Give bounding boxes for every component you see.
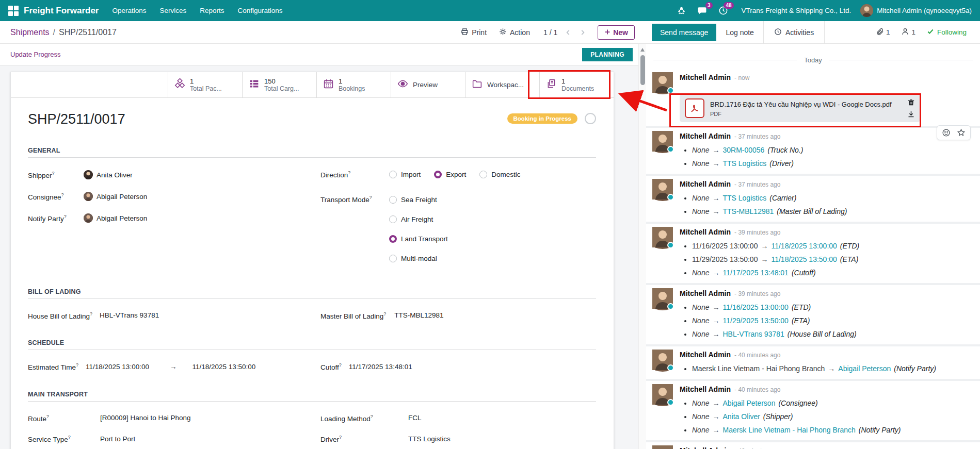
radio-sea-freight[interactable]: Sea Freight — [389, 190, 448, 210]
scroll-up-icon[interactable] — [640, 48, 645, 52]
new-value-link[interactable]: TTS Logistics — [722, 194, 766, 202]
preview-button[interactable]: Preview — [391, 72, 465, 97]
master-bl-value[interactable]: TTS-MBL12981 — [394, 311, 443, 319]
driver-value[interactable]: TTS Logistics — [408, 435, 451, 443]
message-author[interactable]: Mitchell Admin — [680, 131, 731, 141]
smart-button-value: 150 — [264, 77, 299, 85]
new-value-link[interactable]: 11/16/2025 13:00:00 — [722, 303, 788, 311]
following-button[interactable]: Following — [927, 28, 967, 37]
new-value-link[interactable]: Maersk Line Vietnam - Hai Phong Branch — [722, 426, 855, 434]
message-author[interactable]: Mitchell Admin — [680, 179, 731, 189]
messages-icon[interactable]: 3 — [697, 6, 707, 15]
etd-value[interactable]: 11/18/2025 13:00:00 — [86, 363, 149, 371]
arrow-right-icon: → — [712, 412, 719, 421]
add-reaction-icon[interactable] — [942, 128, 951, 137]
new-value-link[interactable]: 11/17/2025 13:48:01 — [722, 269, 788, 277]
documents-icon — [546, 78, 557, 91]
radio-air-freight[interactable]: Air Freight — [389, 210, 448, 229]
message-tracking: Mitchell Admin- 37 minutes ago None→TTS … — [646, 176, 980, 222]
pager-next-icon[interactable] — [579, 29, 586, 36]
attachment-card[interactable]: BRD.1716 Đặc tả Yêu cầu Nghiệp vụ WDI - … — [680, 94, 920, 122]
new-value-link[interactable]: 11/18/2025 13:50:00 — [771, 255, 837, 263]
new-value-link[interactable]: Abigail Peterson — [838, 364, 891, 373]
vertical-scrollbar[interactable] — [638, 44, 646, 449]
download-attachment-icon[interactable] — [907, 110, 915, 118]
new-value-link[interactable]: Abigail Peterson — [722, 399, 775, 407]
smart-button-value: 1 — [561, 77, 594, 85]
message-author[interactable]: Mitchell Admin — [680, 288, 731, 298]
stage-planning[interactable]: PLANNING — [582, 48, 633, 61]
message-time: - 40 minutes ago — [734, 385, 780, 395]
menu-reports[interactable]: Reports — [200, 7, 224, 14]
apps-menu-icon[interactable] — [8, 6, 19, 16]
new-value-link[interactable]: Anita Oliver — [722, 412, 760, 421]
app-name[interactable]: Freight Forwarder — [24, 6, 99, 16]
user-menu[interactable]: Mitchell Admin (qynoeeqvyt5a) — [860, 4, 972, 17]
shipper-value[interactable]: Anita Oliver — [97, 171, 133, 179]
house-bl-value[interactable]: HBL-VTrans 93781 — [100, 311, 159, 319]
form-view: 1Total Pac... 150Total Carg... 1Bookings… — [0, 65, 646, 449]
radio-domestic[interactable]: Domestic — [479, 171, 520, 178]
print-button[interactable]: Print — [461, 28, 487, 37]
cutoff-label: Cutoff? — [320, 362, 342, 371]
documents-button[interactable]: 1Documents — [539, 72, 614, 97]
log-note-button[interactable]: Log note — [716, 24, 763, 41]
action-button[interactable]: Action — [499, 28, 530, 37]
route-value[interactable]: [R00009] Hanoi to Hai Phong — [100, 414, 191, 422]
message-author[interactable]: Mitchell Admin — [680, 350, 731, 360]
attachments-counter[interactable]: 1 — [876, 27, 890, 37]
arrow-right-icon: → — [828, 364, 835, 373]
smart-button-label: Bookings — [339, 85, 365, 93]
radio-import[interactable]: Import — [389, 171, 421, 178]
attachment-filename[interactable]: BRD.1716 Đặc tả Yêu cầu Nghiệp vụ WDI - … — [710, 101, 892, 108]
message-author[interactable]: Mitchell Admin — [680, 384, 731, 394]
plus-icon — [604, 28, 611, 37]
cutoff-value[interactable]: 11/17/2025 13:48:01 — [349, 363, 412, 371]
message-tracking: Mitchell Admin- 40 minutes ago Maersk Li… — [646, 346, 980, 379]
progress-circle[interactable] — [585, 113, 596, 124]
smart-button-label: Total Carg... — [264, 85, 299, 93]
message-author[interactable]: Mitchell Admin — [680, 227, 731, 237]
message-author[interactable]: Mitchell Admin — [680, 72, 731, 82]
loading-method-value[interactable]: FCL — [408, 414, 422, 422]
radio-multi-modal[interactable]: Multi-modal — [389, 249, 448, 269]
new-button[interactable]: New — [598, 25, 635, 40]
update-progress-button[interactable]: Update Progress — [10, 51, 61, 58]
menu-configurations[interactable]: Configurations — [238, 7, 283, 14]
total-packages-button[interactable]: 1Total Pac... — [168, 72, 242, 97]
new-value-link[interactable]: TTS-MBL12981 — [722, 207, 774, 215]
eye-icon — [397, 78, 408, 91]
breadcrumb-shipments[interactable]: Shipments — [10, 28, 50, 37]
radio-export[interactable]: Export — [434, 171, 466, 178]
bookings-button[interactable]: 1Bookings — [316, 72, 391, 97]
menu-operations[interactable]: Operations — [112, 7, 146, 14]
consignee-label: Consignee? — [28, 192, 84, 201]
scrollbar-thumb[interactable] — [640, 55, 645, 85]
message-author[interactable]: Mitchell Admin — [680, 445, 731, 449]
section-main-transport: MAIN TRANSPORT — [28, 391, 596, 402]
delete-attachment-icon[interactable] — [907, 98, 915, 106]
section-schedule: SCHEDULE — [28, 339, 596, 350]
notify-party-value[interactable]: Abigail Peterson — [97, 214, 147, 222]
radio-land-transport[interactable]: Land Transport — [389, 229, 448, 249]
consignee-value[interactable]: Abigail Peterson — [97, 193, 147, 201]
workspace-button[interactable]: Workspac... — [465, 72, 539, 97]
new-value-link[interactable]: 11/18/2025 13:00:00 — [771, 242, 837, 250]
activities-button[interactable]: Activities — [763, 21, 825, 44]
followers-counter[interactable]: 1 — [901, 27, 915, 37]
new-value-link[interactable]: 11/29/2025 13:50:00 — [722, 317, 788, 325]
menu-services[interactable]: Services — [160, 7, 187, 14]
eta-value[interactable]: 11/18/2025 13:50:00 — [192, 363, 255, 371]
new-value-link[interactable]: TTS Logistics — [722, 159, 766, 168]
debug-bug-icon[interactable] — [677, 6, 686, 15]
total-cargo-button[interactable]: 150Total Carg... — [242, 72, 316, 97]
company-switcher[interactable]: VTrans Freight & Shipping Co., Ltd. — [742, 7, 852, 14]
pager-previous-icon[interactable] — [565, 29, 572, 36]
online-dot — [667, 146, 674, 153]
new-value-link[interactable]: 30RM-00056 — [722, 146, 764, 154]
send-message-button[interactable]: Send message — [652, 24, 716, 41]
star-icon[interactable] — [957, 128, 966, 137]
new-value-link[interactable]: HBL-VTrans 93781 — [722, 330, 784, 338]
service-type-value[interactable]: Port to Port — [100, 435, 135, 443]
activities-clock-icon[interactable]: 48 — [718, 6, 728, 15]
